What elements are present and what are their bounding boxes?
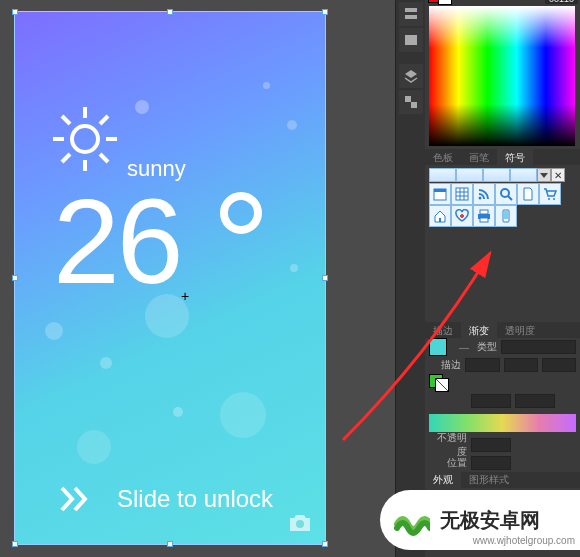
svg-point-27 xyxy=(501,189,509,197)
center-crosshair: + xyxy=(181,288,189,304)
svg-line-28 xyxy=(508,196,512,200)
watermark-url: www.wjhotelgroup.com xyxy=(473,535,575,546)
tab-symbols[interactable]: 符号 xyxy=(497,149,533,165)
symbol-thumb[interactable] xyxy=(429,168,456,182)
artboard[interactable]: sunny 26 + Slide to unlock xyxy=(14,11,326,545)
background-swatch[interactable] xyxy=(438,0,452,5)
degree-symbol xyxy=(220,192,262,234)
tab-appearance[interactable]: 外观 xyxy=(425,471,461,489)
fill-stroke-swatch[interactable] xyxy=(429,374,451,392)
svg-rect-21 xyxy=(456,188,468,200)
svg-point-9 xyxy=(296,520,304,528)
selection-handle[interactable] xyxy=(12,541,18,547)
symbol-document-icon[interactable] xyxy=(517,183,539,205)
prop-label-opacity: 不透明度 xyxy=(429,431,467,459)
angle-input[interactable] xyxy=(471,394,511,408)
tab-palette[interactable]: 色板 xyxy=(425,149,461,165)
tab-stroke[interactable]: 描边 xyxy=(425,322,461,338)
selection-handle[interactable] xyxy=(322,9,328,15)
prop-label-stroke: 描边 xyxy=(429,358,461,372)
close-icon[interactable]: ✕ xyxy=(551,168,565,182)
slide-to-unlock-label: Slide to unlock xyxy=(117,485,273,513)
camera-icon xyxy=(287,512,313,534)
selection-handle[interactable] xyxy=(167,9,173,15)
sun-icon xyxy=(50,104,120,174)
tab-graphic-styles[interactable]: 图形样式 xyxy=(461,471,517,489)
dropdown-button[interactable] xyxy=(537,168,551,182)
svg-rect-38 xyxy=(504,211,508,219)
symbol-rss-icon[interactable] xyxy=(473,183,495,205)
symbol-cart-icon[interactable] xyxy=(539,183,561,205)
svg-marker-16 xyxy=(540,173,548,178)
artboards-icon[interactable] xyxy=(399,90,423,114)
symbol-home-icon[interactable] xyxy=(429,205,451,227)
symbol-thumb[interactable] xyxy=(456,168,483,182)
prop-label-position: 位置 xyxy=(429,456,467,470)
svg-rect-10 xyxy=(405,8,417,12)
svg-rect-36 xyxy=(480,218,488,222)
svg-marker-13 xyxy=(405,70,417,78)
svg-point-26 xyxy=(479,197,482,200)
chevron-right-icon xyxy=(59,484,93,514)
selection-handle[interactable] xyxy=(12,275,18,281)
svg-line-7 xyxy=(100,116,108,124)
type-select[interactable] xyxy=(501,340,576,354)
svg-rect-12 xyxy=(405,35,417,45)
tab-transparency[interactable]: 透明度 xyxy=(497,322,543,338)
temperature-value: 26 xyxy=(53,172,180,310)
svg-rect-18 xyxy=(434,189,446,192)
svg-rect-15 xyxy=(411,102,417,108)
position-input[interactable] xyxy=(471,456,511,470)
stroke-input[interactable] xyxy=(504,358,538,372)
symbol-table-icon[interactable] xyxy=(451,183,473,205)
svg-rect-14 xyxy=(405,96,411,102)
selection-handle[interactable] xyxy=(167,541,173,547)
symbols-panel: ✕ xyxy=(429,168,577,227)
svg-line-6 xyxy=(100,154,108,162)
symbol-calendar-icon[interactable] xyxy=(429,183,451,205)
panel-toggle-button[interactable] xyxy=(399,28,423,52)
svg-rect-31 xyxy=(439,218,441,222)
gradient-preview-swatch[interactable] xyxy=(429,338,447,356)
prop-label-type: 类型 xyxy=(473,340,497,354)
selection-handle[interactable] xyxy=(322,541,328,547)
color-spectrum-picker[interactable] xyxy=(429,6,575,146)
symbol-print-icon[interactable] xyxy=(473,205,495,227)
watermark-title: 无极安卓网 xyxy=(440,507,540,534)
svg-point-30 xyxy=(553,198,555,200)
symbol-phone-icon[interactable] xyxy=(495,205,517,227)
svg-point-29 xyxy=(548,198,550,200)
layers-icon[interactable] xyxy=(399,64,423,88)
svg-line-5 xyxy=(62,116,70,124)
canvas-area[interactable]: sunny 26 + Slide to unlock xyxy=(0,0,395,557)
svg-line-8 xyxy=(62,154,70,162)
svg-rect-11 xyxy=(405,15,417,19)
selection-handle[interactable] xyxy=(322,275,328,281)
aspect-input[interactable] xyxy=(515,394,555,408)
hex-readout: 00110 xyxy=(545,0,578,4)
symbol-thumb[interactable] xyxy=(483,168,510,182)
svg-point-0 xyxy=(72,126,98,152)
gradient-slider[interactable] xyxy=(429,414,576,432)
symbol-heart-icon[interactable] xyxy=(451,205,473,227)
watermark: 无极安卓网 www.wjhotelgroup.com xyxy=(380,490,580,550)
tab-gradient[interactable]: 渐变 xyxy=(461,322,497,338)
symbol-thumb[interactable] xyxy=(510,168,537,182)
stroke-input[interactable] xyxy=(542,358,576,372)
panel-dock-column xyxy=(395,0,425,557)
selection-handle[interactable] xyxy=(12,9,18,15)
svg-rect-34 xyxy=(480,210,488,214)
stroke-input[interactable] xyxy=(465,358,499,372)
right-panel: 00110 色板 画笔 符号 ✕ 描边 渐变 xyxy=(425,0,580,557)
opacity-input[interactable] xyxy=(471,438,511,452)
watermark-logo-icon xyxy=(394,502,430,538)
panel-toggle-button[interactable] xyxy=(399,2,423,26)
tab-brush[interactable]: 画笔 xyxy=(461,149,497,165)
symbol-search-icon[interactable] xyxy=(495,183,517,205)
